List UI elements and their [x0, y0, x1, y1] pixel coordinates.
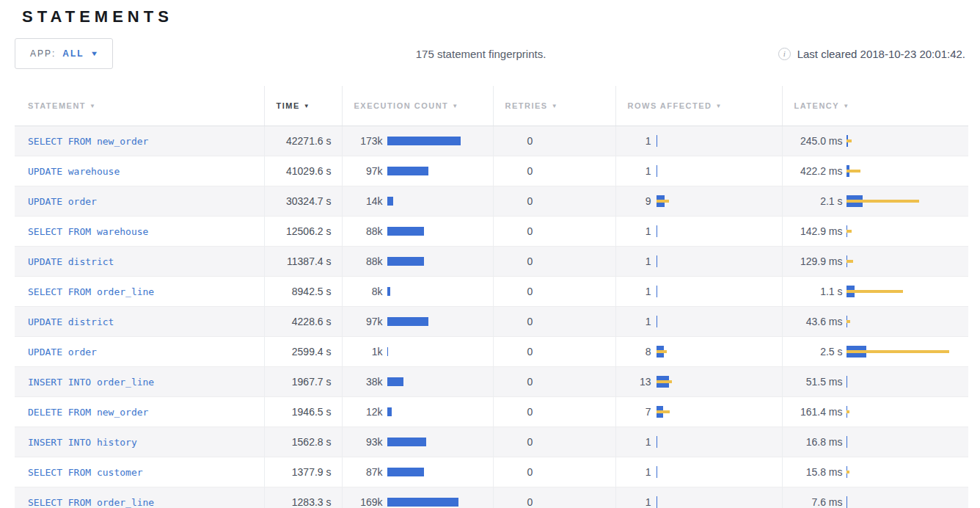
statement-link[interactable]: SELECT FROM order_line [28, 497, 154, 508]
column-header-latency[interactable]: LATENCY▼ [782, 86, 968, 126]
table-row: UPDATE order30324.7 s14k092.1 s [15, 186, 968, 216]
table-row: SELECT FROM customer1377.9 s87k0115.8 ms [15, 457, 968, 487]
retries-value: 0 [493, 427, 615, 457]
statement-link[interactable]: SELECT FROM order_line [28, 286, 154, 297]
latency-barchart [846, 225, 969, 237]
execution-count-value: 88k [343, 225, 383, 237]
execution-count-bar [387, 498, 459, 507]
retries-value: 0 [493, 216, 615, 246]
latency-barchart [846, 346, 969, 358]
time-value: 2599.4 s [264, 336, 342, 366]
retries-value: 0 [493, 487, 615, 508]
statement-link[interactable]: INSERT INTO history [28, 437, 137, 448]
rows-affected-bar [657, 225, 657, 237]
latency-stddev-line [846, 260, 854, 263]
rows-affected-bar [657, 436, 657, 448]
statement-link[interactable]: UPDATE district [28, 256, 114, 267]
column-header-retries[interactable]: RETRIES▼ [493, 86, 615, 126]
latency-stddev-line [846, 200, 920, 203]
column-header-label: LATENCY [794, 101, 840, 110]
statement-link[interactable]: UPDATE district [28, 316, 114, 327]
execution-count-bar [387, 227, 425, 236]
table-row: UPDATE district11387.4 s88k01129.9 ms [15, 246, 968, 276]
execution-count-value: 88k [343, 255, 383, 267]
latency-value: 142.9 ms [783, 225, 843, 237]
rows-affected-bar [657, 135, 657, 147]
rows-affected-barchart [657, 255, 782, 267]
execution-count-value: 173k [343, 135, 383, 147]
table-row: SELECT FROM order_line1283.3 s169k017.6 … [15, 487, 968, 508]
statement-link[interactable]: SELECT FROM warehouse [28, 226, 148, 237]
execution-count-value: 14k [343, 195, 383, 207]
latency-stddev-line [846, 230, 852, 233]
rows-affected-barchart [657, 195, 782, 207]
column-header-time[interactable]: TIME▼ [264, 86, 342, 126]
execution-count-value: 169k [343, 496, 383, 508]
statement-link[interactable]: SELECT FROM new_order [28, 136, 148, 147]
statements-page: STATEMENTS APP: ALL ▼ 175 statement fing… [0, 7, 980, 508]
statement-link[interactable]: UPDATE warehouse [28, 166, 120, 177]
rows-affected-barchart [657, 225, 782, 237]
app-filter-value: ALL [62, 48, 84, 59]
latency-value: 1.1 s [783, 286, 843, 297]
sort-arrow-icon: ▼ [452, 103, 458, 109]
time-value: 11387.4 s [264, 246, 342, 276]
execution-count-value: 8k [343, 286, 383, 297]
latency-barchart [846, 436, 969, 448]
time-value: 12506.2 s [264, 216, 342, 246]
execution-count-bar [387, 407, 392, 416]
execution-count-bar [387, 377, 403, 386]
info-icon[interactable]: i [778, 48, 791, 60]
rows-affected-stddev-line [657, 350, 668, 353]
rows-affected-value: 1 [616, 255, 651, 267]
rows-affected-value: 1 [616, 436, 651, 448]
rows-affected-value: 7 [616, 406, 651, 418]
time-value: 4228.6 s [264, 306, 342, 336]
rows-affected-value: 1 [616, 316, 651, 327]
statement-link[interactable]: UPDATE order [28, 346, 97, 358]
rows-affected-bar [657, 316, 657, 327]
rows-affected-barchart [657, 376, 782, 388]
column-header-label: EXECUTION COUNT [354, 101, 449, 110]
latency-stddev-line [846, 471, 849, 473]
latency-value: 16.8 ms [783, 436, 843, 448]
column-header-label: STATEMENT [28, 101, 86, 110]
latency-stddev-line [846, 320, 850, 323]
execution-count-bar [387, 197, 393, 206]
execution-count-bar [387, 468, 424, 476]
sort-arrow-icon: ▼ [552, 103, 558, 109]
statement-link[interactable]: SELECT FROM customer [28, 467, 143, 478]
statements-table: STATEMENT▼ TIME▼ EXECUTION COUNT▼ RETRIE… [15, 86, 968, 508]
latency-value: 15.8 ms [783, 466, 843, 478]
table-row: INSERT INTO order_line1967.7 s38k01351.5… [15, 366, 968, 396]
app-filter-dropdown[interactable]: APP: ALL ▼ [15, 38, 113, 69]
rows-affected-value: 1 [616, 135, 651, 147]
rows-affected-value: 1 [616, 165, 651, 177]
app-filter-label: APP: [30, 48, 56, 59]
time-value: 41029.6 s [264, 156, 342, 186]
latency-value: 2.5 s [783, 346, 843, 358]
execution-count-bar [387, 257, 425, 266]
latency-barchart [846, 255, 969, 267]
retries-value: 0 [493, 306, 615, 336]
rows-affected-barchart [657, 165, 782, 177]
rows-affected-bar [657, 466, 657, 478]
latency-barchart [846, 466, 969, 478]
statement-link[interactable]: UPDATE order [28, 196, 97, 207]
table-header-row: STATEMENT▼ TIME▼ EXECUTION COUNT▼ RETRIE… [15, 86, 968, 126]
latency-value: 129.9 ms [783, 255, 843, 267]
column-header-statement[interactable]: STATEMENT▼ [15, 86, 264, 126]
time-value: 8942.5 s [264, 276, 342, 306]
column-header-rows-affected[interactable]: ROWS AFFECTED▼ [615, 86, 782, 126]
column-header-execution-count[interactable]: EXECUTION COUNT▼ [342, 86, 493, 126]
retries-value: 0 [493, 126, 615, 156]
rows-affected-barchart [657, 135, 782, 147]
statement-link[interactable]: INSERT INTO order_line [28, 377, 154, 388]
retries-value: 0 [493, 246, 615, 276]
statement-link[interactable]: DELETE FROM new_order [28, 407, 148, 418]
execution-count-value: 93k [343, 436, 383, 448]
table-row: INSERT INTO history1562.8 s93k0116.8 ms [15, 427, 968, 457]
retries-value: 0 [493, 336, 615, 366]
table-row: SELECT FROM warehouse12506.2 s88k01142.9… [15, 216, 968, 246]
last-cleared: i Last cleared 2018-10-23 20:01:42. [778, 48, 965, 60]
